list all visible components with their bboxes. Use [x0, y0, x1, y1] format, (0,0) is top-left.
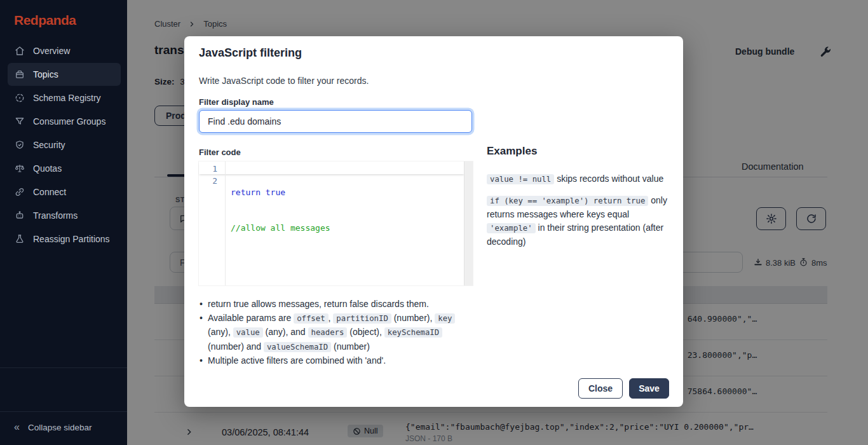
code-content: return true //allow all messages — [231, 163, 330, 257]
close-button[interactable]: Close — [578, 378, 623, 399]
examples-heading: Examples — [487, 145, 537, 158]
code-line: return true — [231, 187, 330, 199]
filter-notes-list: return true allows messages, return fals… — [199, 298, 456, 368]
shield-icon — [15, 140, 25, 150]
sidebar-item-label: Reassign Partitions — [33, 234, 110, 244]
javascript-filtering-modal: JavaScript filtering Write JavaScript co… — [184, 36, 683, 407]
modal-description: Write JavaScript code to filter your rec… — [199, 76, 369, 86]
sidebar-nav: Overview Topics Schema Registry Consumer… — [0, 39, 127, 251]
box-icon — [15, 69, 25, 79]
sidebar-item-label: Transforms — [33, 210, 78, 221]
example-item: if (key == 'example') return true only r… — [487, 194, 672, 249]
sidebar-item-label: Consumer Groups — [33, 116, 105, 127]
funnel-icon — [15, 116, 25, 127]
code-editor[interactable]: 1 2 return true //allow all messages — [198, 161, 473, 286]
sidebar-item-label: Topics — [33, 69, 58, 79]
redpanda-logo[interactable]: Redpanda — [14, 13, 76, 28]
home-icon — [15, 46, 25, 56]
sidebar-item-transforms[interactable]: Transforms — [8, 204, 121, 227]
save-button[interactable]: Save — [629, 378, 669, 399]
scales-icon — [15, 163, 25, 174]
note-item: Multiple active filters are combined wit… — [199, 354, 456, 368]
line-number: 2 — [199, 175, 217, 188]
sidebar-item-label: Quotas — [33, 163, 62, 174]
sidebar-item-label: Schema Registry — [33, 93, 101, 103]
sidebar: Redpanda Overview Topics Schema Registry… — [0, 0, 127, 445]
sidebar-item-label: Connect — [33, 187, 66, 197]
example-item: value != null skips records without valu… — [487, 172, 672, 186]
link-icon — [15, 187, 25, 197]
collapse-sidebar-label: Collapse sidebar — [28, 423, 92, 432]
sidebar-item-reassign-partitions[interactable]: Reassign Partitions — [8, 228, 121, 250]
double-chevron-left-icon: « — [14, 421, 20, 433]
flask-icon — [15, 234, 25, 244]
sidebar-item-connect[interactable]: Connect — [8, 181, 121, 203]
sidebar-item-quotas[interactable]: Quotas — [8, 157, 121, 180]
collapse-sidebar-button[interactable]: « Collapse sidebar — [14, 421, 92, 433]
modal-title: JavaScript filtering — [199, 46, 302, 60]
sidebar-item-schema-registry[interactable]: Schema Registry — [8, 86, 121, 109]
sidebar-item-topics[interactable]: Topics — [8, 63, 121, 86]
sidebar-item-security[interactable]: Security — [8, 134, 121, 156]
note-item: Available params are offset, partitionID… — [199, 312, 456, 355]
sidebar-item-label: Security — [33, 140, 65, 150]
filter-name-label: Filter display name — [199, 97, 274, 107]
schema-icon — [15, 93, 25, 103]
sidebar-divider — [0, 411, 127, 412]
filter-code-label: Filter code — [199, 147, 241, 157]
sidebar-item-label: Overview — [33, 46, 70, 56]
editor-scrollbar[interactable] — [464, 161, 473, 285]
filter-name-input[interactable] — [199, 110, 472, 133]
robot-icon — [15, 210, 25, 221]
line-number: 1 — [199, 163, 217, 175]
user-menu[interactable]: S superuser Preferences — [0, 372, 127, 407]
code-line: //allow all messages — [231, 222, 330, 235]
line-number-gutter: 1 2 — [199, 161, 226, 285]
sidebar-divider — [0, 367, 127, 368]
sidebar-item-overview[interactable]: Overview — [8, 39, 121, 62]
note-item: return true allows messages, return fals… — [199, 298, 456, 312]
sidebar-item-consumer-groups[interactable]: Consumer Groups — [8, 110, 121, 133]
